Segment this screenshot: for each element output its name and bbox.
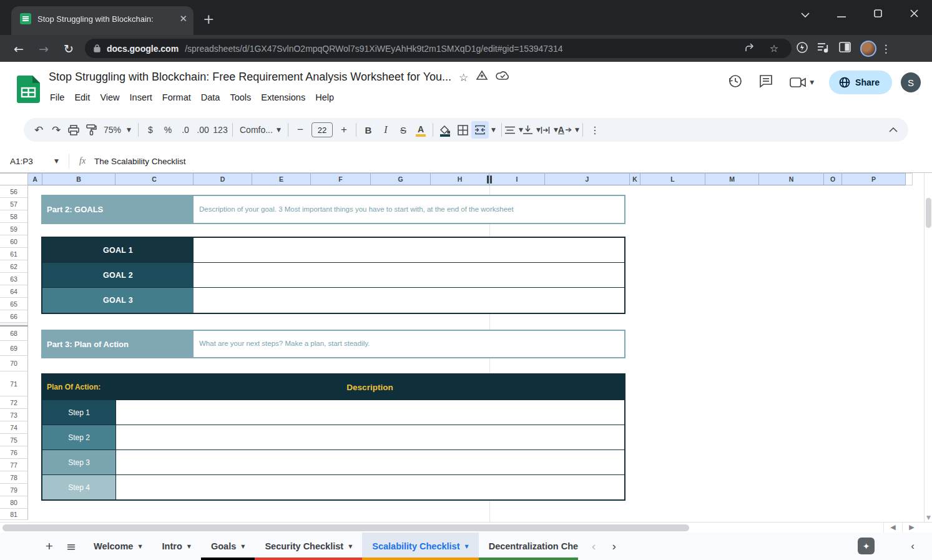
menu-tools[interactable]: Tools [225,90,256,105]
browser-profile-avatar[interactable] [860,41,876,57]
sheet-tab-intro[interactable]: Intro▼ [152,533,201,560]
menu-edit[interactable]: Edit [69,90,95,105]
row-header-75[interactable]: 75 [0,434,28,446]
split-screen-icon[interactable] [834,42,855,55]
tab-search-icon[interactable] [787,9,823,19]
extension-playlist-icon[interactable] [813,42,834,56]
row-header-76[interactable]: 76 [0,446,28,459]
part2-box[interactable]: Part 2: GOALS Description of your goal. … [41,195,625,224]
column-header-D[interactable]: D [194,173,252,185]
row-header-70[interactable]: 70 [0,356,28,371]
part3-box[interactable]: Part 3: Plan of Action What are your nex… [41,330,625,358]
column-header-M[interactable]: M [705,173,759,185]
move-folder-icon[interactable] [476,70,488,84]
column-header-N[interactable]: N [759,173,824,185]
column-header-F[interactable]: F [311,173,371,185]
row-header-63[interactable]: 63 [0,273,28,285]
new-tab-button[interactable]: + [203,12,214,26]
text-wrap-icon[interactable]: ▼ [541,121,558,139]
frozen-pane-handle-icon[interactable] [487,175,492,184]
strikethrough-icon[interactable]: S [395,121,412,139]
row-header-77[interactable]: 77 [0,459,28,471]
comments-icon[interactable] [758,74,773,91]
bold-icon[interactable]: B [360,121,377,139]
share-button[interactable]: Share [829,71,892,94]
sheet-tab-menu-icon[interactable]: ▼ [348,544,352,549]
column-header-J[interactable]: J [545,173,630,185]
browser-tab[interactable]: Stop Struggling with Blockchain: ✕ [11,6,194,35]
row-header-79[interactable]: 79 [0,484,28,496]
row-header-61[interactable]: 61 [0,248,28,260]
row-header-78[interactable]: 78 [0,471,28,484]
format-percent-icon[interactable]: % [159,121,177,139]
sheet-tab-scalability-checklist[interactable]: Scalability Checklist▼ [362,533,478,560]
row-header-71[interactable]: 71 [0,371,28,396]
step-input-cell-1[interactable] [115,400,624,425]
doc-title[interactable]: Stop Struggling with Blockchain: Free Re… [49,71,451,84]
sheet-tab-decentralization-che[interactable]: Decentralization Che [479,533,578,560]
vertical-scrollbar-thumb[interactable] [926,198,931,228]
horizontal-align-icon[interactable]: ▼ [505,121,523,139]
decrease-decimal-icon[interactable]: .0 [177,121,194,139]
scroll-right-icon[interactable]: ▶ [902,523,921,533]
sheets-logo[interactable] [17,76,40,103]
print-icon[interactable] [65,121,82,139]
sheet-tab-security-checklist[interactable]: Security Checklist▼ [255,533,362,560]
italic-icon[interactable]: I [377,121,395,139]
add-sheet-icon[interactable]: + [40,539,59,554]
step-input-cell-4[interactable] [115,475,624,499]
sheet-tab-menu-icon[interactable]: ▼ [187,544,191,549]
row-header-64[interactable]: 64 [0,285,28,298]
menu-extensions[interactable]: Extensions [256,90,310,105]
menu-file[interactable]: File [45,90,69,105]
column-header-H[interactable]: H [431,173,489,185]
meet-video-icon[interactable]: ▼ [790,77,814,88]
menu-data[interactable]: Data [196,90,225,105]
sheet-tab-welcome[interactable]: Welcome▼ [84,533,152,560]
redo-icon[interactable]: ↷ [47,121,65,139]
row-header-73[interactable]: 73 [0,409,28,421]
sheet-tab-menu-icon[interactable]: ▼ [241,544,245,549]
menu-format[interactable]: Format [157,90,196,105]
row-header-57[interactable]: 57 [0,198,28,210]
horizontal-scrollbar[interactable]: ◀ ▶ [0,522,932,533]
number-format-icon[interactable]: 123 [212,121,229,139]
goal-input-cell-2[interactable] [194,263,624,287]
paint-format-icon[interactable] [82,121,100,139]
menu-help[interactable]: Help [310,90,339,105]
step-label-4[interactable]: Step 4 [42,475,115,499]
cloud-saved-icon[interactable] [496,71,510,84]
scroll-left-icon[interactable]: ◀ [883,523,902,533]
row-header-74[interactable]: 74 [0,421,28,434]
name-box[interactable]: A1:P3 ▼ [0,157,64,166]
fill-color-icon[interactable] [436,121,454,139]
reload-icon[interactable]: ↻ [56,42,81,56]
hide-toolbar-icon[interactable] [885,121,902,139]
column-header-I[interactable]: I [489,173,545,185]
close-tab-icon[interactable]: ✕ [179,13,187,24]
step-label-3[interactable]: Step 3 [42,450,115,474]
version-history-icon[interactable] [727,74,742,91]
column-header-K[interactable]: K [630,173,640,185]
forward-icon[interactable]: → [31,42,56,56]
select-all-corner[interactable] [0,173,28,185]
row-header-62[interactable]: 62 [0,260,28,273]
scroll-down-icon[interactable]: ▼ [925,514,932,521]
minimize-icon[interactable] [823,9,860,19]
column-header-G[interactable]: G [371,173,431,185]
column-header-E[interactable]: E [252,173,311,185]
all-sheets-icon[interactable]: ≡ [59,539,84,553]
borders-icon[interactable] [454,121,471,139]
increase-font-size-icon[interactable]: + [335,121,353,139]
row-header-81[interactable]: 81 [0,509,28,520]
back-icon[interactable]: ← [6,42,31,56]
column-header-L[interactable]: L [640,173,705,185]
row-header-56[interactable]: 56 [0,185,28,198]
row-header-80[interactable]: 80 [0,496,28,509]
row-header-72[interactable]: 72 [0,396,28,409]
row-header-60[interactable]: 60 [0,235,28,248]
column-header-B[interactable]: B [42,173,115,185]
goal-label-1[interactable]: GOAL 1 [42,238,194,262]
font-size-input[interactable]: 22 [311,122,333,137]
row-header-68[interactable]: 68 [0,327,28,341]
